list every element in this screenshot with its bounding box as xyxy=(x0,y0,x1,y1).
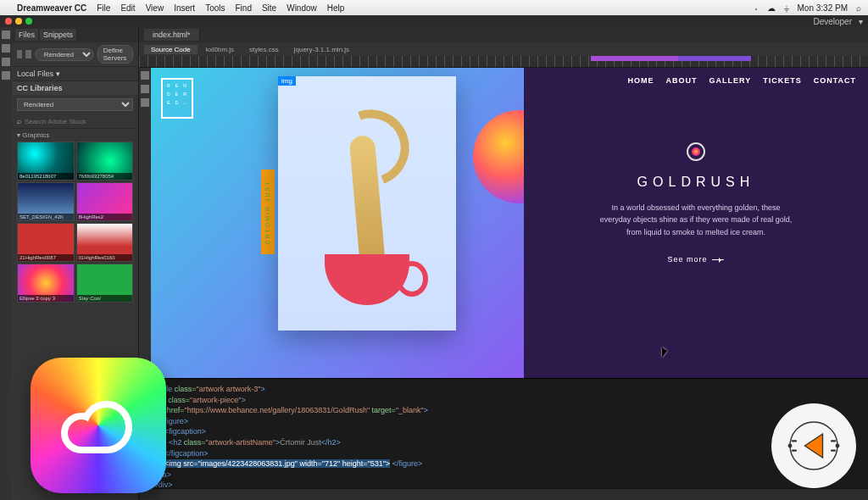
library-thumb[interactable]: SET_DESIGN_42K xyxy=(17,182,75,221)
menu-file[interactable]: File xyxy=(97,3,110,13)
library-thumb[interactable]: 21HighRes0087 xyxy=(17,223,75,262)
wifi-icon[interactable]: ⏚ xyxy=(784,3,789,13)
graphics-section-label[interactable]: ▾ Graphics xyxy=(12,129,138,142)
library-thumb[interactable]: 8HighRes2 xyxy=(76,182,134,221)
svg-point-6 xyxy=(837,445,839,447)
library-thumb[interactable]: Stay Cool xyxy=(76,264,134,303)
menu-window[interactable]: Window xyxy=(287,3,317,13)
library-thumb[interactable]: Ellipse 3 copy 3 xyxy=(17,264,75,303)
menu-site[interactable]: Site xyxy=(262,3,276,13)
live-design-view[interactable]: REN DER ED… img ČRTOMIR JUST xyxy=(151,68,868,378)
artwork-image[interactable] xyxy=(278,76,456,331)
svg-point-5 xyxy=(789,445,792,447)
menu-help[interactable]: Help xyxy=(327,3,345,13)
macos-menubar: Dreamweaver CC File Edit View Insert Too… xyxy=(0,0,868,15)
nav-link[interactable]: ABOUT xyxy=(665,76,697,85)
window-zoom-icon[interactable] xyxy=(25,18,32,25)
tab-snippets[interactable]: Snippets xyxy=(40,29,76,41)
code-view[interactable]: <article class="artwork artwork-3"> <div… xyxy=(139,378,868,488)
view-options-icon[interactable] xyxy=(141,98,149,107)
see-more-link[interactable]: See more xyxy=(667,255,724,264)
library-thumb[interactable]: 8e01195218607 xyxy=(17,142,75,181)
source-tab[interactable]: Source Code xyxy=(144,45,198,54)
site-icon xyxy=(25,50,31,58)
mouse-cursor-icon xyxy=(662,347,670,359)
files-panel-tabs: Files Snippets xyxy=(12,27,138,42)
library-thumbnails: 8e01195218607 76f0b93278054 SET_DESIGN_4… xyxy=(12,142,138,303)
cc-libraries-header[interactable]: CC Libraries xyxy=(12,81,138,95)
workspace: index.html* Source Code kxl0bm.js styles… xyxy=(139,27,868,500)
tool-code-icon[interactable] xyxy=(2,31,10,39)
artist-name-tab: ČRTOMIR JUST xyxy=(261,169,275,254)
nav-link[interactable]: CONTACT xyxy=(814,76,856,85)
library-thumb[interactable]: 76f0b93278054 xyxy=(76,142,134,181)
element-selection-badge[interactable]: img xyxy=(278,76,296,86)
status-bar xyxy=(139,488,868,500)
tool-more-icon[interactable] xyxy=(2,71,10,80)
dropbox-icon[interactable]: ⬪ xyxy=(754,3,759,13)
source-tab[interactable]: styles.css xyxy=(242,45,286,54)
nav-link[interactable]: GALLERY xyxy=(709,76,751,85)
cloud-icon[interactable]: ☁ xyxy=(767,3,776,13)
cup-graphic xyxy=(325,254,409,305)
arrow-right-icon xyxy=(712,259,724,260)
define-servers-button[interactable]: Define Servers xyxy=(97,45,133,64)
dot-indicator-icon xyxy=(687,142,705,161)
breakpoint-marker[interactable] xyxy=(591,56,678,61)
workspace-switcher[interactable]: Developer xyxy=(813,17,852,26)
related-files-bar: Source Code kxl0bm.js styles.css jquery-… xyxy=(139,42,868,56)
chevron-down-icon[interactable]: ▾ xyxy=(859,17,863,26)
site-nav: HOME ABOUT GALLERY TICKETS CONTACT xyxy=(627,76,856,85)
library-thumb[interactable]: 01HighRes0160 xyxy=(76,223,134,262)
creative-cloud-logo-overlay xyxy=(31,358,166,493)
tab-files[interactable]: Files xyxy=(15,29,38,41)
live-view-icon[interactable] xyxy=(141,71,149,80)
horizontal-ruler[interactable] xyxy=(139,56,868,68)
source-tab[interactable]: jquery-3.1.1.min.js xyxy=(287,45,356,54)
menu-edit[interactable]: Edit xyxy=(120,3,135,13)
artwork-title: GOLDRUSH xyxy=(637,175,755,190)
app-name[interactable]: Dreamweaver CC xyxy=(17,3,86,13)
tool-files-icon[interactable] xyxy=(2,58,10,66)
window-close-icon[interactable] xyxy=(5,18,12,25)
artwork-description: In a world obsessed with everything gold… xyxy=(598,202,793,238)
menu-find[interactable]: Find xyxy=(236,3,252,13)
app-titlebar: Developer ▾ xyxy=(0,15,868,27)
menu-view[interactable]: View xyxy=(146,3,164,13)
gold-splash-graphic xyxy=(349,135,386,264)
spotlight-icon[interactable]: ⌕ xyxy=(856,3,861,13)
document-tab[interactable]: index.html* xyxy=(144,29,200,41)
nav-link[interactable]: HOME xyxy=(627,76,654,85)
nav-link[interactable]: TICKETS xyxy=(763,76,802,85)
site-logo[interactable]: REN DER ED… xyxy=(161,78,193,119)
view-gutter xyxy=(139,68,151,378)
menu-insert[interactable]: Insert xyxy=(174,3,195,13)
brand-badge-overlay xyxy=(771,403,856,488)
local-files-header[interactable]: Local Files ▾ xyxy=(12,67,138,81)
source-tab[interactable]: kxl0bm.js xyxy=(199,45,241,54)
library-dropdown[interactable]: Rendered xyxy=(17,98,133,111)
left-toolstrip xyxy=(0,27,12,500)
document-tabs: index.html* xyxy=(139,27,868,42)
breakpoint-marker[interactable] xyxy=(678,56,751,61)
search-icon: ⌕ xyxy=(17,117,21,125)
tool-assets-icon[interactable] xyxy=(2,44,10,53)
search-adobe-stock-input[interactable] xyxy=(25,118,133,125)
folder-icon xyxy=(17,50,22,58)
window-minimize-icon[interactable] xyxy=(15,18,22,25)
inspect-icon[interactable] xyxy=(141,85,149,93)
clock-text[interactable]: Mon 3:32 PM xyxy=(798,3,848,13)
menu-tools[interactable]: Tools xyxy=(205,3,225,13)
site-dropdown[interactable]: Rendered xyxy=(35,48,94,61)
